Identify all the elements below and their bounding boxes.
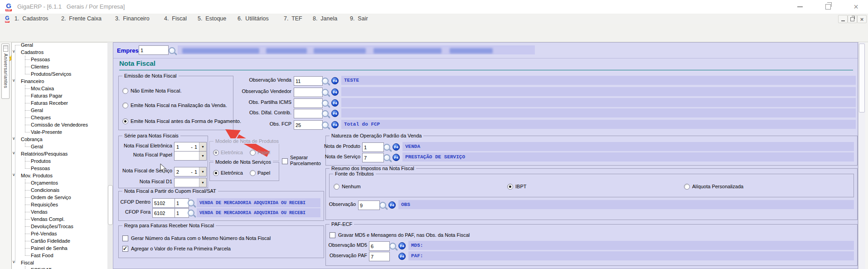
search-icon[interactable] bbox=[322, 89, 329, 96]
f4-icon[interactable]: F4 bbox=[393, 154, 400, 161]
tree-item-painel-senha[interactable]: Painel de Senha bbox=[31, 245, 68, 252]
cfop-fora-serie-input[interactable] bbox=[175, 208, 189, 218]
f4-icon[interactable]: F4 bbox=[398, 242, 406, 249]
radio-modelo-serv-eletronica[interactable] bbox=[213, 170, 219, 176]
search-icon[interactable] bbox=[188, 200, 194, 206]
tree-item-orcamentos[interactable]: Orçamentos bbox=[31, 179, 58, 186]
nf-eletronica-combo[interactable]: 1-1 bbox=[174, 142, 207, 152]
tree-item-faturas-receber[interactable]: Faturas Receber bbox=[31, 99, 68, 107]
mdi-restore-button[interactable] bbox=[848, 15, 857, 23]
radio-aliquota-personalizada[interactable] bbox=[684, 184, 690, 190]
agregar-frete-checkbox[interactable] bbox=[122, 246, 128, 252]
restore-button[interactable] bbox=[817, 0, 839, 14]
splitter-scrollbar-thumb[interactable] bbox=[108, 185, 113, 225]
tree-item-pre-vendas[interactable]: Pré-Vendas bbox=[31, 230, 57, 237]
separar-parcelamento-checkbox[interactable] bbox=[282, 158, 288, 164]
tree-item-geral-2[interactable]: Geral bbox=[31, 107, 43, 114]
tree-item-comissao[interactable]: Comissão de Vendedores bbox=[31, 121, 88, 128]
resumo-observacao-input[interactable] bbox=[358, 201, 380, 210]
menu-utilitarios[interactable]: 6. Utilitários bbox=[238, 14, 269, 24]
tree-item-cheques[interactable]: Cheques bbox=[31, 114, 51, 121]
tree-item-ordem-servico[interactable]: Ordem de Serviço bbox=[31, 194, 71, 201]
radio-emite-antes[interactable] bbox=[122, 118, 128, 124]
tree-item-vale-presente[interactable]: Vale-Presente bbox=[31, 128, 62, 136]
radio-ibpt[interactable] bbox=[507, 184, 513, 190]
menu-estoque[interactable]: 5. Estoque bbox=[198, 14, 226, 24]
f4-icon[interactable]: F4 bbox=[388, 201, 396, 209]
search-icon[interactable] bbox=[188, 210, 194, 216]
tree-item-mov-caixa[interactable]: Mov.Caixa bbox=[31, 85, 54, 92]
chevron-down-icon[interactable] bbox=[12, 49, 15, 54]
f4-icon[interactable]: F4 bbox=[331, 99, 339, 107]
mdi-minimize-button[interactable] bbox=[838, 15, 848, 23]
search-icon[interactable] bbox=[169, 47, 175, 54]
search-icon[interactable] bbox=[379, 202, 386, 209]
radio-label[interactable]: Não Emite Nota Fiscal. bbox=[131, 88, 181, 93]
radio-modelo-serv-papel[interactable] bbox=[250, 170, 256, 176]
nota-servico-input[interactable] bbox=[362, 153, 384, 162]
tree-item-geral-3[interactable]: Geral bbox=[31, 143, 43, 150]
nf-d1-combo[interactable] bbox=[174, 178, 207, 187]
menu-fiscal[interactable]: 4. Fiscal bbox=[164, 14, 187, 24]
radio-label[interactable]: Papel bbox=[257, 170, 270, 176]
gerar-numero-fatura-checkbox[interactable] bbox=[122, 235, 128, 241]
radio-label[interactable]: Emite Nota Fiscal antes da Forma de Paga… bbox=[131, 118, 241, 124]
f4-icon[interactable]: F4 bbox=[393, 143, 400, 151]
obs-difal-input[interactable] bbox=[294, 109, 323, 118]
tree-item-financeiro[interactable]: Financeiro bbox=[21, 78, 44, 85]
observacao-md5-input[interactable] bbox=[369, 241, 390, 251]
menu-tef[interactable]: 7. TEF bbox=[284, 14, 302, 24]
cfop-fora-input[interactable] bbox=[152, 208, 176, 218]
f4-icon[interactable]: F4 bbox=[331, 110, 339, 117]
search-icon[interactable] bbox=[383, 154, 390, 161]
obs-fcp-input[interactable] bbox=[294, 120, 323, 130]
tree-item-fast-food[interactable]: Fast Food bbox=[31, 252, 53, 259]
nf-papel-combo[interactable] bbox=[174, 151, 207, 161]
tree-item-devolucoes[interactable]: Devoluções/Trocas bbox=[31, 223, 73, 230]
f4-icon[interactable]: F4 bbox=[331, 121, 339, 128]
radio-emite-finalizacao[interactable] bbox=[122, 103, 128, 108]
search-icon[interactable] bbox=[389, 243, 396, 249]
f4-icon[interactable]: F4 bbox=[331, 77, 339, 84]
tree-item-clientes[interactable]: Clientes bbox=[31, 63, 49, 70]
tree-item-condicionais[interactable]: Condicionais bbox=[31, 186, 59, 194]
minimize-button[interactable] bbox=[789, 0, 811, 14]
radio-label[interactable]: Emite Nota Fiscal na Finalização da Vend… bbox=[131, 103, 227, 108]
chevron-down-icon[interactable] bbox=[12, 78, 15, 83]
radio-label[interactable]: Nenhum bbox=[342, 184, 361, 189]
tree-item-produtos-servicos[interactable]: Produtos/Serviços bbox=[31, 70, 71, 78]
checkbox-label[interactable]: Agregar o Valor do Frete na Primeira Par… bbox=[131, 246, 231, 251]
checkbox-label[interactable]: Separar Parcelamento bbox=[290, 155, 323, 166]
tree-item-faturas-pagar[interactable]: Faturas Pagar bbox=[31, 92, 63, 99]
menu-frente-caixa[interactable]: 2. Frente Caixa bbox=[61, 14, 102, 24]
tree-item-cobranca[interactable]: Cobrança bbox=[21, 136, 43, 143]
tree-item-pessoas-2[interactable]: Pessoas bbox=[31, 165, 50, 172]
tree-item-relatorios[interactable]: Relatórios/Pesquisas bbox=[21, 150, 68, 157]
radio-label[interactable]: Alíquota Personalizada bbox=[692, 184, 743, 189]
empresa-input[interactable] bbox=[139, 45, 169, 55]
cfop-dentro-input[interactable] bbox=[152, 198, 176, 208]
nf-servico-combo[interactable]: 2-1 bbox=[174, 167, 207, 176]
checkbox-label[interactable]: Gerar Número da Fatura com o Mesmo Númer… bbox=[131, 235, 271, 241]
obs-venda-input[interactable] bbox=[294, 76, 323, 86]
tree-item-ecf-sat[interactable]: ECF/SAT bbox=[31, 266, 52, 269]
radio-nenhum[interactable] bbox=[334, 184, 339, 190]
tree-item-vendas[interactable]: Vendas bbox=[31, 208, 48, 215]
chevron-down-icon[interactable] bbox=[12, 172, 15, 177]
tree-item-cartao-fidelidade[interactable]: Cartão Fidelidade bbox=[31, 237, 70, 245]
gravar-md5-checkbox[interactable] bbox=[330, 232, 335, 238]
tree-item-pessoas[interactable]: Pessoas bbox=[31, 56, 50, 63]
chevron-down-icon[interactable] bbox=[12, 151, 15, 155]
f4-icon[interactable]: F4 bbox=[331, 88, 339, 96]
search-icon[interactable] bbox=[322, 110, 329, 117]
cfop-dentro-serie-input[interactable] bbox=[175, 198, 189, 208]
checkbox-label[interactable]: Gravar MD5 e Mensagens do PAF, nas Obs. … bbox=[338, 232, 470, 238]
radio-label[interactable]: Eletrônica bbox=[221, 170, 243, 176]
tree-item-requisicoes[interactable]: Requisições bbox=[31, 201, 58, 208]
menu-janela[interactable]: 8. Janela bbox=[313, 14, 337, 24]
search-icon[interactable] bbox=[322, 122, 329, 128]
tree-item-produtos[interactable]: Produtos bbox=[31, 157, 51, 165]
search-icon[interactable] bbox=[383, 144, 390, 151]
tree-item-vendas-compl[interactable]: Vendas Compl. bbox=[31, 215, 65, 223]
search-icon[interactable] bbox=[322, 100, 329, 107]
